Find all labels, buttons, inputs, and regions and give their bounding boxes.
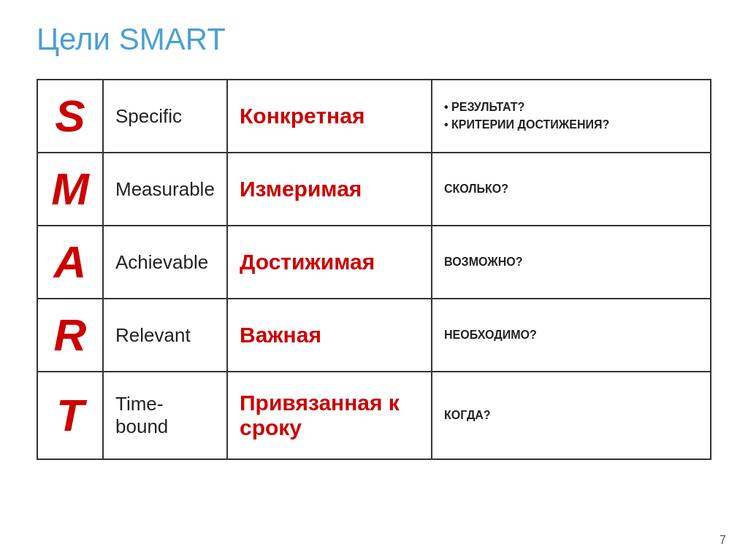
russian-translation: Измеримая <box>227 153 432 226</box>
page-container: Цели SMART SSpecificКонкретная• РЕЗУЛЬТА… <box>0 0 748 560</box>
description-line: ВОЗМОЖНО? <box>444 253 698 271</box>
description: СКОЛЬКО? <box>432 153 711 226</box>
english-word: Relevant <box>103 299 227 372</box>
table-row: MMeasurableИзмеримаяСКОЛЬКО? <box>37 153 711 226</box>
english-word: Measurable <box>103 153 227 226</box>
description-line: • КРИТЕРИИ ДОСТИЖЕНИЯ? <box>444 116 698 134</box>
russian-translation: Конкретная <box>227 80 432 153</box>
page-title: Цели SMART <box>37 22 711 57</box>
english-word: Time-bound <box>103 372 227 459</box>
table-row: TTime-boundПривязанная к срокуКОГДА? <box>37 372 711 459</box>
description-line: СКОЛЬКО? <box>444 180 698 198</box>
description-line: НЕОБХОДИМО? <box>444 326 698 344</box>
table-row: AAchievableДостижимаяВОЗМОЖНО? <box>37 226 711 299</box>
russian-translation: Достижимая <box>227 226 432 299</box>
english-word: Specific <box>103 80 227 153</box>
table-row: SSpecificКонкретная• РЕЗУЛЬТАТ?• КРИТЕРИ… <box>37 80 711 153</box>
smart-table: SSpecificКонкретная• РЕЗУЛЬТАТ?• КРИТЕРИ… <box>37 79 711 460</box>
description: • РЕЗУЛЬТАТ?• КРИТЕРИИ ДОСТИЖЕНИЯ? <box>432 80 711 153</box>
smart-letter: M <box>37 153 103 226</box>
page-number: 7 <box>720 534 726 547</box>
smart-letter: R <box>37 299 103 372</box>
description-line: • РЕЗУЛЬТАТ? <box>444 99 698 116</box>
description: ВОЗМОЖНО? <box>432 226 711 299</box>
smart-letter: S <box>37 80 103 153</box>
english-word: Achievable <box>103 226 227 299</box>
russian-translation: Важная <box>227 299 432 372</box>
russian-translation: Привязанная к сроку <box>227 372 432 459</box>
table-row: RRelevantВажнаяНЕОБХОДИМО? <box>37 299 711 372</box>
description: КОГДА? <box>432 372 711 459</box>
smart-letter: T <box>37 372 103 459</box>
description: НЕОБХОДИМО? <box>432 299 711 372</box>
smart-letter: A <box>37 226 103 299</box>
description-line: КОГДА? <box>444 407 698 424</box>
